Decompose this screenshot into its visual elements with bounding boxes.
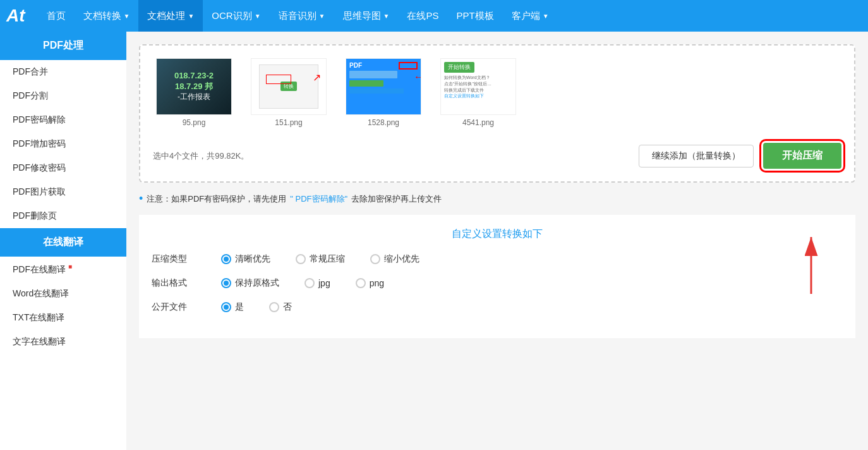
file-thumbnail: 转换 ↗ bbox=[251, 58, 327, 115]
output-format-label: 输出格式 bbox=[152, 277, 202, 289]
output-format-options: 保持原格式 jpg png bbox=[221, 277, 384, 289]
list-item: 018.7.23-218.7.29 邦 -工作报表 95.png bbox=[153, 58, 235, 127]
list-item: PDF ← 1528.png bbox=[342, 58, 425, 127]
chevron-down-icon: ▼ bbox=[124, 13, 130, 20]
sidebar-item-pdf-img[interactable]: PDF图片获取 bbox=[0, 180, 126, 204]
compress-type-row: 压缩类型 清晰优先 常规压缩 缩小优先 bbox=[152, 253, 843, 265]
sidebar-item-pdf-delete[interactable]: PDF删除页 bbox=[0, 204, 126, 228]
file-name: 1528.png bbox=[368, 118, 399, 127]
file-thumbnail: PDF ← bbox=[346, 58, 421, 115]
compress-type-options: 清晰优先 常规压缩 缩小优先 bbox=[221, 253, 419, 265]
nav-doc-convert[interactable]: 文档转换▼ bbox=[75, 0, 139, 32]
public-file-row: 公开文件 是 否 bbox=[152, 301, 843, 313]
output-format-row: 输出格式 保持原格式 jpg png bbox=[152, 277, 843, 289]
sidebar-item-pdf-unlock[interactable]: PDF密码解除 bbox=[0, 108, 126, 132]
radio-button[interactable] bbox=[221, 254, 231, 264]
upload-section-wrapper: 018.7.23-218.7.29 邦 -工作报表 95.png bbox=[139, 44, 855, 183]
chevron-down-icon: ▼ bbox=[383, 13, 390, 20]
thumbnail-preview: 转换 ↗ bbox=[251, 59, 326, 114]
sidebar-item-pdf-encrypt[interactable]: PDF增加密码 bbox=[0, 132, 126, 156]
radio-keep-format[interactable]: 保持原格式 bbox=[221, 277, 279, 289]
radio-jpg[interactable]: jpg bbox=[304, 278, 330, 288]
thumbnail-preview: 开始转换 如何转换为Word文档？ 点击"开始转换"按钮后… 转换完成后下载文件… bbox=[441, 59, 515, 114]
pdf-unlock-link[interactable]: " PDF密码解除" bbox=[290, 193, 347, 205]
sidebar-translate-title: 在线翻译 bbox=[0, 228, 126, 257]
nav-voice[interactable]: 语音识别▼ bbox=[270, 0, 334, 32]
public-file-options: 是 否 bbox=[221, 301, 292, 313]
file-name: 95.png bbox=[183, 118, 206, 127]
radio-button[interactable] bbox=[221, 302, 231, 312]
radio-normal-compress[interactable]: 常规压缩 bbox=[296, 253, 345, 265]
radio-button[interactable] bbox=[304, 278, 315, 288]
nav-ocr[interactable]: OCR识别▼ bbox=[203, 0, 269, 32]
radio-clear-first[interactable]: 清晰优先 bbox=[221, 253, 270, 265]
logo[interactable]: At bbox=[6, 6, 25, 26]
chevron-down-icon: ▼ bbox=[255, 13, 261, 20]
notice-text: • 注意：如果PDF有密码保护，请先使用 " PDF密码解除" 去除加密保护再上… bbox=[139, 192, 855, 205]
radio-png[interactable]: png bbox=[356, 278, 384, 288]
continue-add-button[interactable]: 继续添加（批量转换） bbox=[639, 145, 754, 167]
main-content: 018.7.23-218.7.29 邦 -工作报表 95.png bbox=[126, 32, 868, 450]
main-layout: PDF处理 PDF合并 PDF分割 PDF密码解除 PDF增加密码 PDF修改密… bbox=[0, 32, 868, 450]
radio-small-first[interactable]: 缩小优先 bbox=[370, 253, 419, 265]
nav-mindmap[interactable]: 思维导图▼ bbox=[334, 0, 399, 32]
chevron-down-icon: ▼ bbox=[319, 13, 325, 20]
list-item: 开始转换 如何转换为Word文档？ 点击"开始转换"按钮后… 转换完成后下载文件… bbox=[437, 58, 519, 127]
sidebar-item-txt-translate[interactable]: TXT在线翻译 bbox=[0, 306, 126, 330]
arrow-icon: ← bbox=[414, 71, 421, 83]
settings-title: 自定义设置转换如下 bbox=[152, 228, 843, 241]
radio-button[interactable] bbox=[370, 254, 380, 264]
file-thumbnail: 018.7.23-218.7.29 邦 -工作报表 bbox=[156, 58, 232, 115]
thumbnail-preview: 018.7.23-218.7.29 邦 -工作报表 bbox=[157, 59, 231, 114]
chevron-down-icon: ▼ bbox=[188, 13, 194, 20]
radio-button[interactable] bbox=[296, 254, 306, 264]
thumbnail-preview: PDF ← bbox=[346, 59, 421, 114]
sidebar-item-pdf-merge[interactable]: PDF合并 bbox=[0, 60, 126, 84]
upload-area: 018.7.23-218.7.29 邦 -工作报表 95.png bbox=[139, 44, 855, 183]
nav-online-ps[interactable]: 在线PS bbox=[398, 0, 447, 32]
nav-home[interactable]: 首页 bbox=[38, 0, 75, 32]
nav-ppt[interactable]: PPT模板 bbox=[447, 0, 502, 32]
list-item: 转换 ↗ 151.png bbox=[248, 58, 330, 127]
nav-doc-process[interactable]: 文档处理▼ bbox=[138, 0, 203, 32]
arrow-icon: ↗ bbox=[313, 71, 321, 83]
radio-button[interactable] bbox=[221, 278, 231, 288]
top-navigation: At 首页 文档转换▼ 文档处理▼ OCR识别▼ 语音识别▼ 思维导图▼ 在线P… bbox=[0, 0, 868, 32]
radio-no[interactable]: 否 bbox=[269, 301, 292, 313]
start-compress-button[interactable]: 开始压缩 bbox=[763, 143, 841, 169]
file-thumbnail: 开始转换 如何转换为Word文档？ 点击"开始转换"按钮后… 转换完成后下载文件… bbox=[440, 58, 516, 115]
sidebar-item-word-translate[interactable]: Word在线翻译 bbox=[0, 282, 126, 306]
file-list: 018.7.23-218.7.29 邦 -工作报表 95.png bbox=[153, 58, 841, 127]
sidebar-item-pdf-split[interactable]: PDF分割 bbox=[0, 84, 126, 108]
compress-type-label: 压缩类型 bbox=[152, 253, 202, 265]
radio-button[interactable] bbox=[356, 278, 366, 288]
file-name: 151.png bbox=[275, 118, 302, 127]
radio-yes[interactable]: 是 bbox=[221, 301, 244, 313]
upload-bottom-bar: 选中4个文件，共99.82K。 继续添加（批量转换） 开始压缩 bbox=[153, 137, 841, 169]
chevron-down-icon: ▼ bbox=[543, 13, 549, 20]
settings-section: 自定义设置转换如下 压缩类型 清晰优先 常规压缩 缩小优先 bbox=[139, 215, 855, 338]
file-count: 选中4个文件，共99.82K。 bbox=[153, 150, 249, 162]
bullet-icon: • bbox=[139, 192, 143, 205]
nav-client[interactable]: 客户端▼ bbox=[503, 0, 558, 32]
radio-button[interactable] bbox=[269, 302, 279, 312]
sidebar-pdf-title: PDF处理 bbox=[0, 32, 126, 60]
sidebar-item-pdf-translate[interactable]: PDF在线翻译 ■ bbox=[0, 257, 126, 282]
sidebar: PDF处理 PDF合并 PDF分割 PDF密码解除 PDF增加密码 PDF修改密… bbox=[0, 32, 126, 450]
public-file-label: 公开文件 bbox=[152, 301, 202, 313]
file-name: 4541.png bbox=[462, 118, 494, 127]
sidebar-item-pdf-change-pwd[interactable]: PDF修改密码 bbox=[0, 156, 126, 180]
sidebar-item-text-translate[interactable]: 文字在线翻译 bbox=[0, 330, 126, 354]
